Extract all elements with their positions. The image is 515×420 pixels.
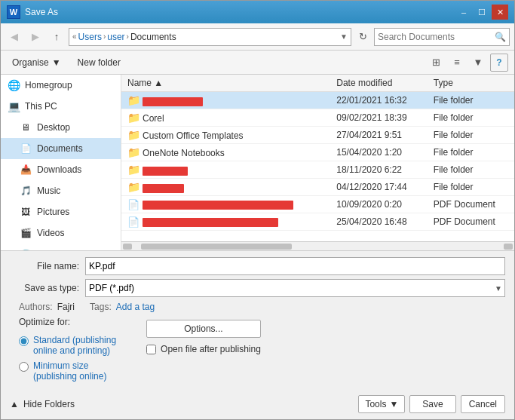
- desktop-icon: 🖥: [19, 121, 32, 134]
- footer: ▲ Hide Folders Tools ▼ Save Cancel: [1, 391, 514, 419]
- redacted-filename: [143, 184, 184, 193]
- cancel-button[interactable]: Cancel: [461, 395, 505, 413]
- sidebar-item-downloads[interactable]: 📥 Downloads: [1, 159, 121, 180]
- main-area: 🌐 Homegroup 💻 This PC 🖥 Desktop 📄 Docume…: [1, 75, 514, 250]
- file-name-cell: 📁: [121, 92, 330, 109]
- search-box[interactable]: 🔍: [374, 28, 510, 46]
- open-after-label: Open file after publishing: [161, 344, 261, 354]
- sidebar-item-homegroup[interactable]: 🌐 Homegroup: [1, 75, 121, 96]
- back-button[interactable]: ◀: [5, 28, 23, 46]
- maximize-button[interactable]: ☐: [474, 5, 490, 20]
- table-row[interactable]: 📁Custom Office Templates27/04/2021 9:51F…: [121, 127, 514, 144]
- minimum-radio-option[interactable]: Minimum size(publishing online): [19, 360, 116, 382]
- organise-button[interactable]: Organise ▼: [7, 54, 66, 71]
- optimize-section: Optimize for: Standard (publishingonline…: [10, 317, 505, 382]
- minimum-radio-label: Minimum size(publishing online): [33, 360, 106, 382]
- file-date-cell: 09/02/2021 18:39: [330, 109, 428, 127]
- filename-text: Corel: [143, 113, 164, 124]
- tools-button[interactable]: Tools ▼: [358, 395, 405, 413]
- forward-button[interactable]: ▶: [26, 28, 44, 46]
- sidebar-item-music[interactable]: 🎵 Music: [1, 180, 121, 201]
- filename-text: Custom Office Templates: [143, 130, 244, 141]
- tools-dropdown-arrow: ▼: [389, 399, 398, 409]
- new-folder-button[interactable]: New folder: [72, 54, 126, 71]
- col-name[interactable]: Name ▲: [121, 75, 330, 92]
- folder-icon: 📁: [127, 112, 139, 124]
- horizontal-scrollbar[interactable]: [121, 241, 514, 250]
- footer-right: Tools ▼ Save Cancel: [358, 395, 505, 413]
- file-name-cell: 📁: [121, 161, 330, 179]
- view-toggle-button[interactable]: ⊞: [427, 54, 445, 72]
- help-button[interactable]: ?: [490, 54, 508, 72]
- file-type-cell: File folder: [428, 179, 514, 196]
- sidebar-item-this-pc[interactable]: 💻 This PC: [1, 96, 121, 117]
- savetype-select[interactable]: PDF (*.pdf)Word Document (*.docx)Word 97…: [85, 279, 505, 297]
- sidebar-item-this-pc-label: This PC: [25, 101, 57, 112]
- file-list: Name ▲ Date modified Type 📁22/01/2021 16…: [121, 75, 514, 250]
- up-button[interactable]: ↑: [48, 28, 66, 46]
- file-list-scroll[interactable]: Name ▲ Date modified Type 📁22/01/2021 16…: [121, 75, 514, 241]
- col-date[interactable]: Date modified: [330, 75, 428, 92]
- filename-row: File name:: [10, 257, 505, 275]
- table-row[interactable]: 📄25/04/2020 16:48PDF Document: [121, 213, 514, 231]
- view-list-button[interactable]: ≡: [448, 54, 466, 72]
- save-button[interactable]: Save: [409, 395, 455, 413]
- table-row[interactable]: 📁04/12/2020 17:44File folder: [121, 179, 514, 196]
- address-part-user[interactable]: user: [107, 32, 124, 42]
- standard-radio[interactable]: [19, 336, 29, 346]
- close-button[interactable]: ✕: [492, 5, 508, 20]
- documents-icon: 📄: [19, 142, 32, 155]
- optimize-left: Optimize for: Standard (publishingonline…: [19, 317, 116, 382]
- open-after-checkbox-row[interactable]: Open file after publishing: [146, 344, 261, 354]
- file-date-cell: 10/09/2020 0:20: [330, 196, 428, 213]
- add-tag-link[interactable]: Add a tag: [116, 302, 155, 312]
- file-date-cell: 18/11/2020 6:22: [330, 161, 428, 179]
- hide-folders-button[interactable]: ▲ Hide Folders: [10, 399, 75, 409]
- sidebar-item-pictures[interactable]: 🖼 Pictures: [1, 201, 121, 222]
- address-dropdown-arrow[interactable]: ▼: [340, 32, 348, 41]
- downloads-icon: 📥: [19, 163, 32, 176]
- hscroll-thumb[interactable]: [141, 244, 292, 250]
- authors-item: Authors: Fajri: [19, 302, 75, 312]
- hide-folders-label: Hide Folders: [23, 399, 75, 409]
- filename-input[interactable]: [85, 257, 505, 275]
- hide-folders-icon: ▲: [10, 399, 19, 409]
- address-sep-start: «: [72, 32, 77, 41]
- table-row[interactable]: 📁18/11/2020 6:22File folder: [121, 161, 514, 179]
- search-input[interactable]: [378, 32, 495, 42]
- address-bar[interactable]: « Users › user › Documents ▼: [69, 28, 351, 46]
- authors-value: Fajri: [57, 302, 75, 312]
- sidebar-item-videos[interactable]: 🎬 Videos: [1, 222, 121, 244]
- sidebar-item-windows[interactable]: 💿 Windows 8.1 (C:...): [1, 244, 121, 250]
- options-button[interactable]: Options...: [146, 320, 261, 338]
- sidebar-item-documents-label: Documents: [37, 143, 83, 154]
- videos-icon: 🎬: [19, 226, 32, 240]
- table-row[interactable]: 📁OneNote Notebooks15/04/2020 1:20File fo…: [121, 144, 514, 161]
- minimize-button[interactable]: –: [455, 5, 472, 20]
- col-type[interactable]: Type: [428, 75, 514, 92]
- organise-dropdown-arrow: ▼: [52, 57, 61, 68]
- minimum-radio[interactable]: [19, 362, 29, 372]
- folder-icon: 📁: [127, 146, 139, 158]
- file-type-cell: File folder: [428, 161, 514, 179]
- file-type-cell: File folder: [428, 92, 514, 109]
- sidebar-item-desktop-label: Desktop: [37, 122, 70, 133]
- table-row[interactable]: 📁Corel09/02/2021 18:39File folder: [121, 109, 514, 127]
- file-type-cell: PDF Document: [428, 213, 514, 231]
- file-name-cell: 📁Custom Office Templates: [121, 127, 330, 144]
- file-date-cell: 15/04/2020 1:20: [330, 144, 428, 161]
- redacted-filename: [143, 218, 278, 227]
- view-dropdown-button[interactable]: ▼: [469, 54, 487, 72]
- titlebar-left: W Save As: [7, 5, 58, 19]
- search-icon[interactable]: 🔍: [495, 32, 506, 42]
- table-row[interactable]: 📄10/09/2020 0:20PDF Document: [121, 196, 514, 213]
- sidebar-item-desktop[interactable]: 🖥 Desktop: [1, 117, 121, 138]
- open-after-checkbox[interactable]: [146, 345, 156, 354]
- address-part-users[interactable]: Users: [78, 32, 102, 42]
- sidebar-item-documents[interactable]: 📄 Documents: [1, 138, 121, 159]
- refresh-button[interactable]: ↻: [354, 29, 371, 45]
- savetype-row: Save as type: PDF (*.pdf)Word Document (…: [10, 279, 505, 297]
- folder-icon: 📁: [127, 129, 139, 141]
- table-row[interactable]: 📁22/01/2021 16:32File folder: [121, 92, 514, 109]
- standard-radio-option[interactable]: Standard (publishingonline and printing): [19, 335, 116, 356]
